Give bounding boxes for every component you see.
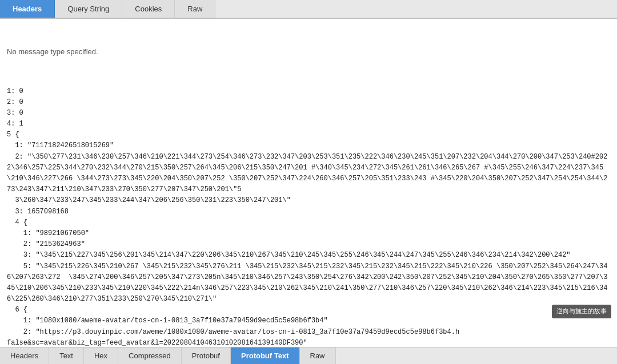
bottom-tab-bar: Headers Text Hex Compressed Protobuf Pro… (0, 347, 617, 364)
bottom-tab-hex[interactable]: Hex (84, 347, 118, 364)
top-tab-cookies[interactable]: Cookies (122, 0, 175, 18)
no-message-text: No message type specified. (7, 46, 610, 58)
top-tab-bar: Headers Query String Cookies Raw (0, 0, 617, 19)
top-tab-raw[interactable]: Raw (175, 0, 215, 18)
top-tab-headers[interactable]: Headers (0, 0, 55, 18)
main-content-area: No message type specified. 1: 0 2: 0 3: … (0, 19, 617, 347)
bottom-tab-protobuf-text[interactable]: Protobuf Text (231, 347, 300, 364)
protobuf-text-content: 1: 0 2: 0 3: 0 4: 1 5 { 1: "711718242651… (7, 86, 610, 347)
bottom-tab-text[interactable]: Text (49, 347, 84, 364)
bottom-tab-protobuf[interactable]: Protobuf (182, 347, 231, 364)
top-tab-query-string[interactable]: Query String (55, 0, 122, 18)
bottom-tab-compressed[interactable]: Compressed (118, 347, 182, 364)
bottom-tab-raw[interactable]: Raw (300, 347, 336, 364)
bottom-tab-headers[interactable]: Headers (0, 347, 49, 364)
